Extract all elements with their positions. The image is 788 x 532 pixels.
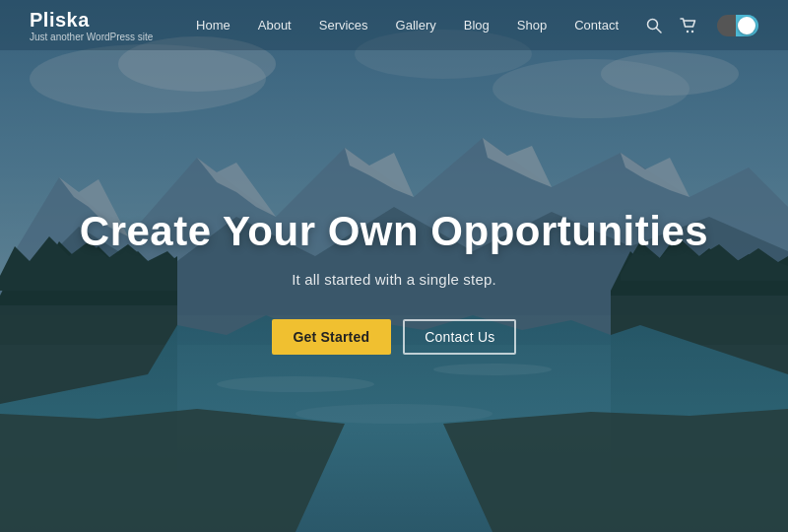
hero-title: Create Your Own Opportunities: [80, 208, 708, 255]
brand-name[interactable]: Pliska: [30, 9, 153, 32]
contact-us-button[interactable]: Contact Us: [403, 319, 516, 355]
hero-subtitle: It all started with a single step.: [292, 271, 496, 288]
hero-buttons: Get Started Contact Us: [272, 319, 517, 355]
hero-content: Create Your Own Opportunities It all sta…: [0, 31, 788, 532]
get-started-button[interactable]: Get Started: [272, 319, 392, 355]
